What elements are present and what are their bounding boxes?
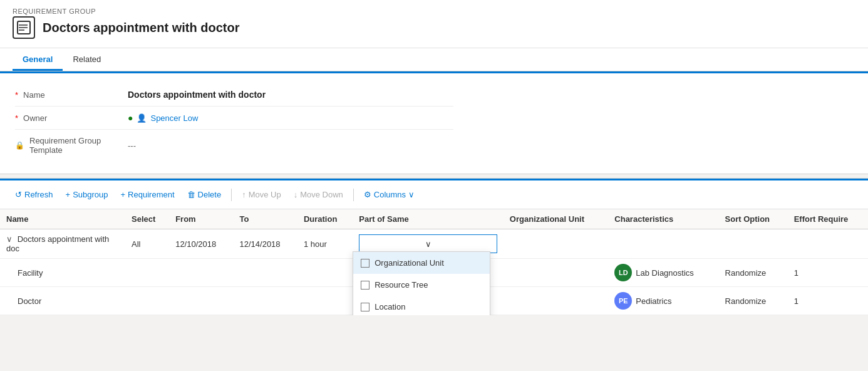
row-from bbox=[169, 259, 233, 287]
row-duration bbox=[297, 287, 353, 315]
up-arrow-icon: ↑ bbox=[242, 190, 246, 199]
title-icon bbox=[13, 16, 35, 39]
col-header-select: Select bbox=[125, 209, 169, 229]
down-arrow-icon: ↓ bbox=[294, 190, 298, 199]
svg-point-6 bbox=[19, 29, 20, 31]
row-characteristics: LD Lab Diagnostics bbox=[608, 259, 718, 287]
row-from: 12/10/2018 bbox=[169, 229, 233, 259]
row-select: All bbox=[125, 229, 169, 259]
col-header-effort: Effort Require bbox=[788, 209, 868, 229]
avatar: PE bbox=[614, 292, 632, 310]
col-header-org-unit: Organizational Unit bbox=[504, 209, 608, 229]
move-up-button[interactable]: ↑ Move Up bbox=[237, 187, 286, 202]
template-value: --- bbox=[128, 141, 453, 150]
row-select bbox=[125, 287, 169, 315]
grid-toolbar: ↺ Refresh + Subgroup + Requirement 🗑 Del… bbox=[0, 180, 868, 209]
row-part-of-same[interactable]: ∨ Organizational Unit Resource Tree bbox=[353, 229, 504, 259]
template-row: 🔒 Requirement Group Template --- bbox=[15, 130, 453, 161]
grid-section: ↺ Refresh + Subgroup + Requirement 🗑 Del… bbox=[0, 179, 868, 315]
row-effort: 1 bbox=[788, 259, 868, 287]
row-org-unit bbox=[504, 287, 608, 315]
col-header-to: To bbox=[234, 209, 297, 229]
svg-point-4 bbox=[19, 24, 20, 26]
chevron-down-icon: ∨ bbox=[425, 239, 431, 249]
row-duration: 1 hour bbox=[297, 229, 353, 259]
row-name: Doctor bbox=[0, 287, 125, 315]
delete-button[interactable]: 🗑 Delete bbox=[182, 187, 227, 202]
row-to: 12/14/2018 bbox=[234, 229, 297, 259]
row-sort-option: Randomize bbox=[719, 259, 788, 287]
owner-row: * Owner ● 👤 Spencer Low bbox=[15, 107, 453, 130]
dropdown-item-org-unit[interactable]: Organizational Unit bbox=[353, 252, 490, 274]
refresh-icon: ↺ bbox=[15, 190, 22, 199]
owner-name: Spencer Low bbox=[150, 113, 198, 123]
row-org-unit bbox=[504, 259, 608, 287]
row-to bbox=[234, 259, 297, 287]
requirement-button[interactable]: + Requirement bbox=[116, 187, 180, 202]
row-effort bbox=[788, 229, 868, 259]
columns-button[interactable]: ⚙ Columns ∨ bbox=[359, 187, 420, 202]
svg-point-5 bbox=[19, 27, 20, 28]
move-down-button[interactable]: ↓ Move Down bbox=[289, 187, 348, 202]
tabs-bar: General Related bbox=[0, 48, 868, 71]
dropdown-item-resource-tree[interactable]: Resource Tree bbox=[353, 274, 490, 296]
col-header-name: Name bbox=[0, 209, 125, 229]
expand-icon[interactable]: ∨ bbox=[6, 234, 13, 244]
row-to bbox=[234, 287, 297, 315]
name-label: * Name bbox=[15, 90, 128, 100]
name-row: * Name Doctors appointment with doctor bbox=[15, 83, 453, 107]
chevron-down-icon: ∨ bbox=[408, 190, 415, 199]
row-sort-option: Randomize bbox=[719, 287, 788, 315]
status-icon: ● bbox=[128, 113, 133, 123]
part-of-same-dropdown[interactable]: ∨ bbox=[359, 234, 497, 253]
table-row[interactable]: ∨ Doctors appointment with doc All 12/10… bbox=[0, 229, 868, 259]
page-header: REQUIREMENT GROUP Doctors appointment wi… bbox=[0, 0, 868, 48]
row-name: ∨ Doctors appointment with doc bbox=[0, 229, 125, 259]
row-org-unit bbox=[504, 229, 608, 259]
template-label: 🔒 Requirement Group Template bbox=[15, 136, 128, 155]
section-divider bbox=[0, 174, 868, 179]
form-section: * Name Doctors appointment with doctor *… bbox=[0, 71, 868, 174]
refresh-button[interactable]: ↺ Refresh bbox=[10, 187, 58, 202]
owner-link[interactable]: ● 👤 Spencer Low bbox=[128, 113, 453, 123]
lock-icon: 🔒 bbox=[15, 141, 24, 150]
group-label: REQUIREMENT GROUP bbox=[13, 8, 855, 15]
toolbar-separator bbox=[231, 189, 232, 201]
page-title: Doctors appointment with doctor bbox=[43, 21, 239, 35]
tab-related[interactable]: Related bbox=[63, 48, 111, 71]
checkbox-resource-tree[interactable] bbox=[361, 281, 369, 290]
data-grid: Name Select From To Duration Part of Sam… bbox=[0, 209, 868, 315]
row-characteristics bbox=[608, 229, 718, 259]
row-select bbox=[125, 259, 169, 287]
owner-value: ● 👤 Spencer Low bbox=[128, 113, 453, 123]
checkbox-location[interactable] bbox=[361, 303, 369, 311]
table-header-row: Name Select From To Duration Part of Sam… bbox=[0, 209, 868, 229]
row-from bbox=[169, 287, 233, 315]
col-header-characteristics: Characteristics bbox=[608, 209, 718, 229]
avatar: LD bbox=[614, 264, 632, 281]
checkbox-org-unit[interactable] bbox=[361, 259, 369, 268]
owner-label: * Owner bbox=[15, 113, 128, 123]
delete-icon: 🗑 bbox=[187, 190, 195, 199]
subgroup-button[interactable]: + Subgroup bbox=[61, 187, 113, 202]
add-icon: + bbox=[66, 190, 71, 199]
toolbar-separator-2 bbox=[353, 189, 354, 201]
add-req-icon: + bbox=[121, 190, 126, 199]
dropdown-item-location[interactable]: Location bbox=[353, 296, 490, 315]
col-header-duration: Duration bbox=[297, 209, 353, 229]
row-name: Facility bbox=[0, 259, 125, 287]
row-sort-option bbox=[719, 229, 788, 259]
row-duration bbox=[297, 259, 353, 287]
person-icon: 👤 bbox=[137, 113, 147, 123]
col-header-part-of-same: Part of Same bbox=[353, 209, 504, 229]
filter-icon: ⚙ bbox=[364, 190, 371, 199]
name-value[interactable]: Doctors appointment with doctor bbox=[128, 90, 453, 100]
row-characteristics: PE Pediatrics bbox=[608, 287, 718, 315]
col-header-sort-option: Sort Option bbox=[719, 209, 788, 229]
row-effort: 1 bbox=[788, 287, 868, 315]
part-of-same-menu: Organizational Unit Resource Tree Locati… bbox=[353, 251, 490, 315]
tab-general[interactable]: General bbox=[13, 48, 63, 71]
col-header-from: From bbox=[169, 209, 233, 229]
